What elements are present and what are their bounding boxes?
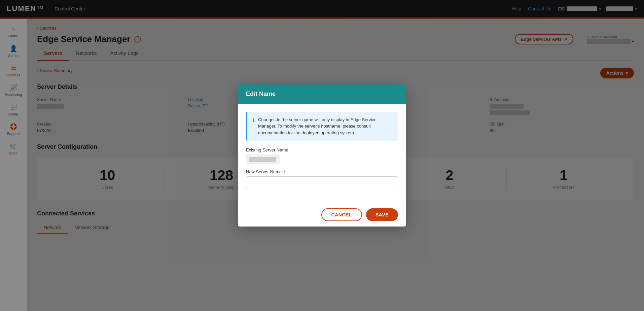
edit-name-modal: Edit Name ℹ Changes to the server name w… (238, 84, 406, 227)
existing-name-group: Existing Server Name (246, 147, 398, 164)
existing-name-value (246, 154, 280, 164)
modal-title: Edit Name (246, 91, 398, 98)
info-box: ℹ Changes to the server name will only d… (246, 112, 398, 141)
modal-footer: CANCEL SAVE (238, 203, 406, 227)
new-server-name-input[interactable] (246, 176, 398, 189)
cancel-button[interactable]: CANCEL (321, 208, 362, 221)
info-icon: ℹ (253, 117, 255, 136)
modal-header: Edit Name (238, 84, 406, 104)
save-button[interactable]: SAVE (366, 208, 398, 221)
modal-overlay[interactable]: Edit Name ℹ Changes to the server name w… (0, 0, 644, 311)
required-indicator: * (284, 169, 286, 174)
info-text: Changes to the server name will only dis… (258, 116, 393, 136)
existing-name-label: Existing Server Name (246, 147, 398, 152)
new-name-group: New Server Name * (246, 169, 398, 189)
new-name-label: New Server Name * (246, 169, 398, 174)
modal-body: ℹ Changes to the server name will only d… (238, 104, 406, 203)
